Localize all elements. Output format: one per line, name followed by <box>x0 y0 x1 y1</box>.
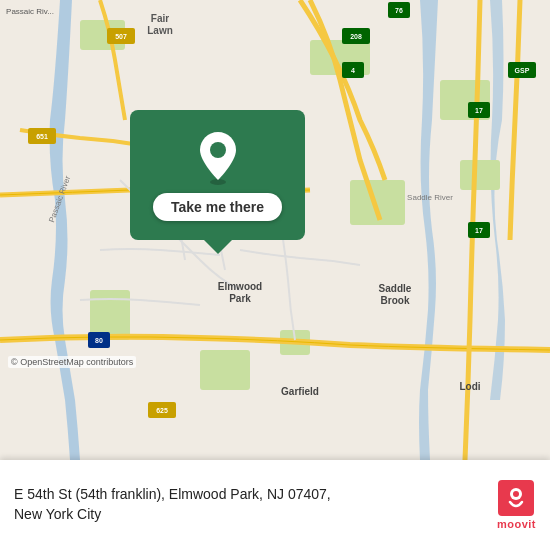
bottom-info-bar: E 54th St (54th franklin), Elmwood Park,… <box>0 460 550 550</box>
svg-text:Passaic Riv...: Passaic Riv... <box>6 7 54 16</box>
svg-text:76: 76 <box>395 7 403 14</box>
svg-rect-5 <box>460 160 500 190</box>
svg-text:625: 625 <box>156 407 168 414</box>
location-popup: Take me there <box>130 110 305 240</box>
svg-text:Lodi: Lodi <box>459 381 480 392</box>
svg-text:Fair: Fair <box>151 13 169 24</box>
svg-text:80: 80 <box>95 337 103 344</box>
popup-green-box: Take me there <box>130 110 305 240</box>
moovit-icon <box>498 480 534 516</box>
map-attribution: © OpenStreetMap contributors <box>8 356 136 368</box>
map-container: 80 20 4 17 17 GSP 208 76 507 651 625 Fai <box>0 0 550 460</box>
svg-text:651: 651 <box>36 133 48 140</box>
svg-text:GSP: GSP <box>515 67 530 74</box>
svg-point-44 <box>210 142 226 158</box>
svg-text:507: 507 <box>115 33 127 40</box>
address-line1: E 54th St (54th franklin), Elmwood Park,… <box>14 485 487 505</box>
svg-text:Lawn: Lawn <box>147 25 173 36</box>
svg-text:Saddle River: Saddle River <box>407 193 453 202</box>
svg-rect-8 <box>200 350 250 390</box>
address-block: E 54th St (54th franklin), Elmwood Park,… <box>14 485 487 524</box>
svg-text:17: 17 <box>475 107 483 114</box>
moovit-label: moovit <box>497 518 536 530</box>
location-pin-icon <box>196 130 240 185</box>
svg-text:Saddle: Saddle <box>379 283 412 294</box>
svg-text:Brook: Brook <box>381 295 410 306</box>
svg-text:4: 4 <box>351 67 355 74</box>
moovit-logo: moovit <box>497 480 536 530</box>
svg-point-47 <box>513 491 519 497</box>
address-line2: New York City <box>14 505 487 525</box>
svg-text:Park: Park <box>229 293 251 304</box>
svg-text:17: 17 <box>475 227 483 234</box>
take-me-there-button[interactable]: Take me there <box>153 193 282 221</box>
svg-text:Elmwood: Elmwood <box>218 281 262 292</box>
svg-text:Garfield: Garfield <box>281 386 319 397</box>
svg-text:208: 208 <box>350 33 362 40</box>
